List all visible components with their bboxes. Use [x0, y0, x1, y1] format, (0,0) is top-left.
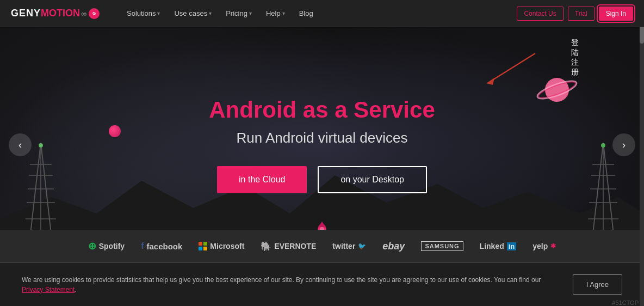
evernote-icon: 🐘 [261, 241, 271, 252]
hero-content: Android as a Service Run Android virtual… [209, 97, 435, 193]
carousel-next-button[interactable]: › [612, 133, 635, 156]
svg-rect-35 [199, 247, 202, 250]
in-the-cloud-button[interactable]: in the Cloud [217, 166, 307, 193]
i-agree-button[interactable]: I Agree [573, 274, 622, 295]
logo-rings-icon: ∞ [81, 9, 86, 18]
microsoft-icon [199, 242, 207, 250]
contact-us-button[interactable]: Contact Us [517, 7, 563, 21]
logo-ebay: ebay [382, 241, 405, 252]
logo-badge: G [89, 8, 100, 19]
logo-motion: MOTION [41, 8, 80, 19]
nav-actions: Contact Us Trial Sign In [517, 7, 633, 21]
hero-title: Android as a Service [209, 97, 435, 123]
svg-point-14 [39, 144, 42, 147]
yelp-star-icon: ✱ [550, 242, 556, 250]
privacy-statement-link[interactable]: Privacy Statement [22, 286, 75, 293]
nav-blog-label: Blog [299, 9, 313, 17]
linkedin-in-badge: in [507, 242, 517, 250]
nav-item-pricing[interactable]: Pricing ▾ [220, 6, 257, 21]
spotify-label: Spotify [99, 242, 125, 250]
nav-pricing-label: Pricing [226, 9, 247, 17]
microsoft-label: Microsoft [210, 242, 244, 250]
chevron-down-icon: ▾ [282, 10, 285, 16]
logo-twitter: twitter 🐦 [332, 242, 366, 250]
chevron-down-icon: ▾ [157, 10, 160, 16]
annotation-text: 登陆注册 [571, 38, 579, 77]
nav-item-usecases[interactable]: Use cases ▾ [169, 6, 217, 21]
nav-item-blog[interactable]: Blog [294, 6, 319, 21]
sphere-decoration [109, 125, 121, 137]
svg-rect-33 [199, 242, 202, 246]
watermark: #51CTOP [612, 299, 639, 306]
logo[interactable]: GENYMOTION ∞ G [11, 8, 100, 19]
nav-item-solutions[interactable]: Solutions ▾ [121, 6, 165, 21]
nav-help-label: Help [266, 9, 281, 17]
chevron-down-icon: ▾ [209, 10, 212, 16]
svg-rect-34 [203, 242, 207, 246]
hero-buttons: in the Cloud on your Desktop [209, 166, 435, 193]
logo-samsung: SAMSUNG [421, 241, 463, 251]
navbar: GENYMOTION ∞ G Solutions ▾ Use cases ▾ P… [0, 0, 644, 27]
logo-spotify: ⊕ Spotify [88, 240, 125, 252]
facebook-f-icon: f [141, 241, 144, 251]
logo-geny: GENY [11, 8, 41, 19]
logo-linkedin: Linked in [480, 242, 517, 250]
nav-usecases-label: Use cases [174, 9, 207, 17]
logo-yelp: yelp ✱ [532, 242, 556, 250]
hero-subtitle: Run Android virtual devices [209, 130, 435, 146]
logos-bar: ⊕ Spotify f facebook Microsoft 🐘 EVERNOT… [0, 230, 644, 262]
chevron-down-icon: ▾ [249, 10, 252, 16]
spotify-icon: ⊕ [88, 240, 96, 252]
on-your-desktop-button[interactable]: on your Desktop [318, 166, 427, 193]
facebook-label: facebook [146, 242, 182, 251]
logo-microsoft: Microsoft [199, 242, 244, 250]
logo-facebook: f facebook [141, 241, 182, 251]
trial-button[interactable]: Trial [568, 7, 595, 21]
samsung-label: SAMSUNG [421, 241, 463, 251]
linkedin-label: Linked [480, 242, 504, 250]
svg-rect-36 [203, 247, 207, 250]
twitter-bird-icon: 🐦 [358, 242, 366, 250]
svg-marker-27 [486, 78, 494, 85]
twitter-label: twitter [332, 242, 355, 250]
carousel-prev-button[interactable]: ‹ [9, 133, 32, 156]
cookie-text: We are using cookies to provide statisti… [22, 275, 562, 295]
cookie-bar: We are using cookies to provide statisti… [0, 262, 644, 306]
scrollbar[interactable] [640, 0, 644, 306]
ebay-label: ebay [382, 241, 405, 252]
nav-links: Solutions ▾ Use cases ▾ Pricing ▾ Help ▾… [121, 6, 517, 21]
sign-in-button[interactable]: Sign In [599, 7, 633, 21]
nav-item-help[interactable]: Help ▾ [261, 6, 290, 21]
svg-line-26 [492, 53, 535, 81]
yelp-label: yelp [532, 242, 548, 250]
annotation-arrow-icon [481, 48, 546, 91]
svg-point-25 [601, 143, 605, 148]
hero-section: 登陆注册 Android as a Service Run Android vi… [0, 27, 644, 262]
svg-marker-29 [318, 222, 326, 227]
evernote-label: EVERNOTE [274, 242, 316, 250]
logo-evernote: 🐘 EVERNOTE [261, 241, 316, 252]
nav-solutions-label: Solutions [127, 9, 156, 17]
